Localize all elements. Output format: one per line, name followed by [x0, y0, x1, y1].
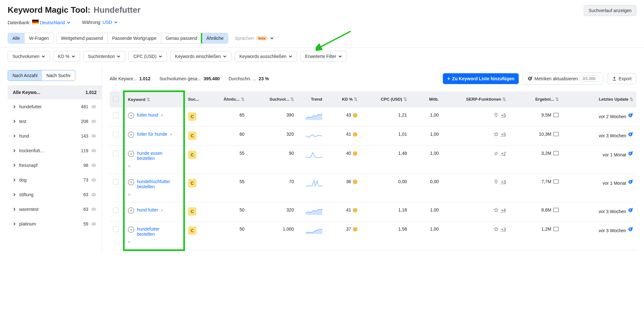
- refresh-row-icon[interactable]: [627, 132, 633, 137]
- expand-icon[interactable]: »: [161, 112, 163, 118]
- expand-icon[interactable]: »: [128, 192, 130, 197]
- filter-exclude[interactable]: Keywords ausschließen: [235, 51, 297, 62]
- sidebar-group-item[interactable]: test208: [8, 114, 102, 129]
- serp-snapshot-icon[interactable]: [553, 132, 559, 136]
- col-intent[interactable]: Suc...: [188, 97, 199, 102]
- filter-advanced[interactable]: Erweiterte Filter: [300, 51, 347, 62]
- filter-intent[interactable]: Suchintention: [83, 51, 126, 62]
- eye-icon[interactable]: [91, 177, 97, 183]
- cpc-value: 1,18: [361, 202, 410, 221]
- eye-icon[interactable]: [91, 162, 97, 168]
- row-checkbox[interactable]: [113, 179, 119, 185]
- history-button[interactable]: Suchverlauf anzeigen: [584, 5, 636, 16]
- expand-icon[interactable]: »: [128, 239, 130, 244]
- row-checkbox[interactable]: [113, 207, 119, 213]
- serp-features[interactable]: +3: [493, 179, 506, 185]
- add-keyword-icon[interactable]: +: [128, 179, 134, 185]
- filter-kd[interactable]: KD %: [53, 51, 80, 62]
- export-button[interactable]: Export: [607, 73, 636, 84]
- serp-features[interactable]: +4: [493, 207, 506, 213]
- filter-volume[interactable]: Suchvolumen: [8, 51, 50, 62]
- add-keyword-icon[interactable]: +: [128, 151, 134, 157]
- col-trend[interactable]: Trend: [311, 97, 322, 102]
- col-updated[interactable]: Letztes Update: [599, 97, 628, 102]
- expand-icon[interactable]: »: [128, 163, 130, 168]
- serp-snapshot-icon[interactable]: [553, 208, 559, 212]
- eye-icon[interactable]: [91, 221, 97, 227]
- tab-phrase[interactable]: Passende Wortgruppe: [108, 33, 161, 43]
- eye-icon[interactable]: [91, 118, 97, 124]
- serp-snapshot-icon[interactable]: [553, 113, 559, 117]
- page-header: Keyword Magic Tool: Hundefutter Datenban…: [0, 0, 644, 30]
- col-volume[interactable]: Suchvol...: [270, 97, 289, 102]
- filter-cpc[interactable]: CPC (USD): [128, 51, 167, 62]
- refresh-row-icon[interactable]: [627, 151, 633, 156]
- db-selector[interactable]: Datenbank: Deutschland: [8, 19, 70, 25]
- trend-sparkline: [306, 179, 322, 187]
- expand-icon[interactable]: »: [161, 207, 163, 212]
- col-comp[interactable]: Mitb.: [429, 97, 439, 102]
- select-all-checkbox[interactable]: [113, 96, 119, 102]
- sidebar-group-item[interactable]: hund143: [8, 129, 102, 143]
- add-keyword-icon[interactable]: +: [128, 207, 134, 214]
- serp-features[interactable]: +3: [493, 226, 506, 232]
- sidebar-group-item[interactable]: platinum59: [8, 217, 102, 231]
- keyword-link[interactable]: hunde essen bestellen: [137, 151, 175, 161]
- serp-features[interactable]: +5: [493, 112, 506, 118]
- sidebar-group-item[interactable]: warentest63: [8, 202, 102, 217]
- keyword-link[interactable]: hundefutter bestellen: [137, 226, 175, 237]
- add-keyword-icon[interactable]: +: [128, 112, 134, 119]
- tab-all[interactable]: Alle: [8, 33, 25, 43]
- row-checkbox[interactable]: [113, 151, 119, 156]
- serp-features[interactable]: +5: [493, 132, 506, 137]
- row-checkbox[interactable]: [113, 132, 119, 137]
- svg-point-6: [93, 179, 94, 181]
- refresh-metrics-button[interactable]: Metriken aktualisieren 0/1.000: [523, 73, 603, 85]
- col-similar[interactable]: Ähnlic...: [223, 97, 240, 102]
- expand-icon[interactable]: »: [170, 132, 172, 137]
- eye-icon[interactable]: [91, 206, 97, 212]
- col-keyword[interactable]: Keyword: [128, 97, 145, 102]
- keyword-link[interactable]: hund futter: [137, 207, 158, 212]
- refresh-row-icon[interactable]: [627, 112, 633, 118]
- sort-by-volume[interactable]: Nach Suchv: [42, 70, 75, 81]
- tab-broad[interactable]: Weitgehend passend: [56, 33, 107, 43]
- currency-selector[interactable]: Währung: USD: [82, 20, 118, 25]
- eye-icon[interactable]: [91, 148, 97, 154]
- col-results[interactable]: Ergebni...: [535, 97, 554, 102]
- tab-exact[interactable]: Genau passend: [161, 33, 202, 43]
- refresh-row-icon[interactable]: [627, 226, 633, 232]
- tab-questions[interactable]: W-Fragen: [25, 33, 53, 43]
- keyword-link[interactable]: hundefrischfutter bestellen: [137, 179, 175, 189]
- tab-related[interactable]: Ähnliche: [201, 33, 229, 44]
- serp-snapshot-icon[interactable]: [553, 179, 559, 184]
- add-keyword-icon[interactable]: +: [128, 132, 134, 138]
- add-to-list-button[interactable]: +Zu Keyword Liste hinzufügen: [443, 73, 519, 84]
- add-keyword-icon[interactable]: +: [128, 226, 134, 233]
- col-kd[interactable]: KD %: [342, 97, 353, 102]
- col-serp[interactable]: SERP-Funktionen: [466, 97, 501, 102]
- serp-features[interactable]: +2: [493, 151, 506, 156]
- sort-by-count[interactable]: Nach Anzahl: [8, 70, 42, 81]
- eye-icon[interactable]: [91, 192, 97, 197]
- sidebar-group-item[interactable]: hundefutter481: [8, 99, 102, 114]
- sidebar-group-item[interactable]: dog73: [8, 173, 102, 187]
- eye-icon[interactable]: [91, 104, 97, 110]
- row-checkbox[interactable]: [113, 112, 119, 118]
- row-checkbox[interactable]: [113, 226, 119, 232]
- serp-snapshot-icon[interactable]: [553, 151, 559, 155]
- serp-snapshot-icon[interactable]: [553, 227, 559, 231]
- eye-icon[interactable]: [91, 133, 97, 139]
- refresh-row-icon[interactable]: [627, 179, 633, 185]
- sidebar-all-row[interactable]: Alle Keywo... 1.012: [8, 85, 102, 99]
- keyword-link[interactable]: futter für hunde: [137, 132, 167, 137]
- sidebar-group-item[interactable]: trockenfutt...119: [8, 143, 102, 158]
- keyword-link[interactable]: futter hund: [137, 112, 158, 118]
- sidebar-group-item[interactable]: stiftung63: [8, 187, 102, 202]
- languages-dropdown[interactable]: Sprachen beta: [231, 36, 274, 41]
- sidebar-group-item[interactable]: fressnapf98: [8, 158, 102, 173]
- filter-include[interactable]: Keywords einschließen: [170, 51, 231, 62]
- col-cpc[interactable]: CPC (USD): [381, 97, 402, 102]
- refresh-row-icon[interactable]: [627, 207, 633, 213]
- kd-value: 41: [326, 126, 361, 145]
